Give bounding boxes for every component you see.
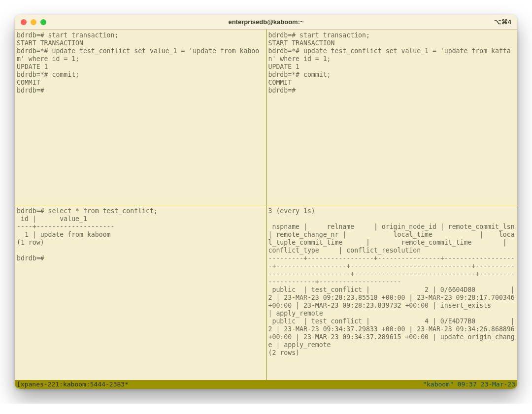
titlebar: enterprisedb@kaboom:~ ⌥⌘4 — [15, 15, 517, 30]
pane-top-left[interactable]: bdrdb=# start transaction; START TRANSAC… — [15, 30, 266, 205]
pane-bottom-left[interactable]: bdrdb=# select * from test_conflict; id … — [15, 205, 266, 381]
window-shortcut: ⌥⌘4 — [494, 18, 511, 26]
statusbar-left: [xpanes-221:kaboom:5444-2383* — [17, 380, 129, 389]
window-title: enterprisedb@kaboom:~ — [15, 18, 517, 26]
top-row: bdrdb=# start transaction; START TRANSAC… — [15, 30, 517, 205]
statusbar-spacer — [129, 380, 423, 389]
close-icon[interactable] — [21, 19, 27, 25]
tmux-statusbar: [xpanes-221:kaboom:5444-2383* "kaboom" 0… — [15, 380, 517, 389]
pane-top-right[interactable]: bdrdb=# start transaction; START TRANSAC… — [266, 30, 518, 205]
statusbar-right: "kaboom" 09:37 23-Mar-23 — [423, 380, 515, 389]
zoom-icon[interactable] — [40, 19, 46, 25]
pane-bottom-right[interactable]: 3 (every 1s) nspname | relname | origin_… — [266, 205, 518, 381]
minimize-icon[interactable] — [31, 19, 36, 25]
bottom-row: bdrdb=# select * from test_conflict; id … — [15, 205, 517, 381]
terminal-window: enterprisedb@kaboom:~ ⌥⌘4 bdrdb=# start … — [15, 15, 517, 389]
traffic-lights — [21, 19, 46, 25]
terminal-body: bdrdb=# start transaction; START TRANSAC… — [15, 30, 517, 389]
